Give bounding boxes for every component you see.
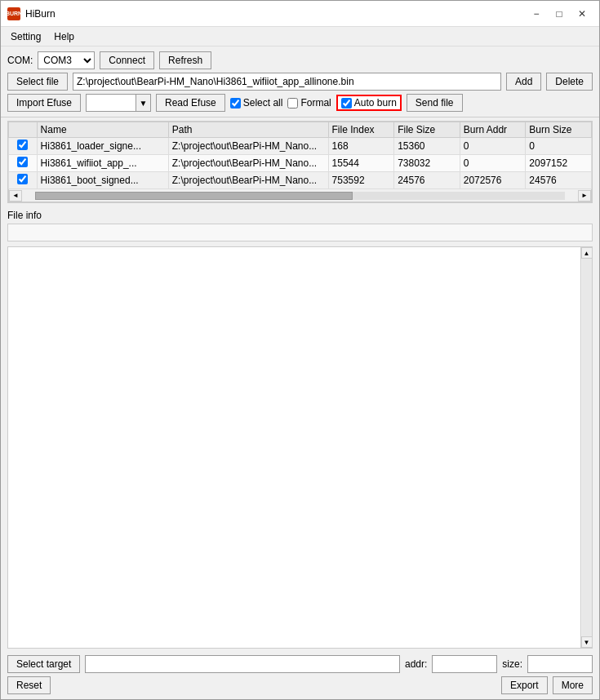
- efuse-dropdown-input[interactable]: [87, 95, 136, 111]
- formal-checkbox-label[interactable]: Formal: [287, 97, 331, 109]
- col-header-check: [9, 122, 38, 138]
- window-title: HiBurn: [25, 8, 526, 20]
- row-size: 24576: [394, 172, 460, 189]
- row-path: Z:\project\out\BearPi-HM_Nano...: [168, 172, 328, 189]
- com-label: COM:: [7, 55, 33, 66]
- scrollbar-thumb[interactable]: [35, 192, 353, 200]
- more-button[interactable]: More: [553, 676, 593, 694]
- row-name: Hi3861_loader_signe...: [37, 138, 168, 155]
- send-file-button[interactable]: Send file: [407, 94, 463, 112]
- row-burnsize: 2097152: [526, 155, 592, 172]
- log-scroll-down[interactable]: ▼: [581, 636, 593, 648]
- log-scroll-up[interactable]: ▲: [581, 247, 593, 259]
- table-row[interactable]: Hi3861_boot_signed... Z:\project\out\Bea…: [9, 172, 592, 189]
- reset-button[interactable]: Reset: [7, 676, 51, 694]
- connect-button[interactable]: Connect: [100, 51, 154, 69]
- col-header-addr: Burn Addr: [460, 122, 526, 138]
- delete-button[interactable]: Delete: [546, 73, 593, 91]
- toolbar-row-2: Select file Add Delete: [7, 73, 593, 91]
- row-name: Hi3861_wifiiot_app_...: [37, 155, 168, 172]
- table-row[interactable]: Hi3861_loader_signe... Z:\project\out\Be…: [9, 138, 592, 155]
- table-hscrollbar[interactable]: ◄ ►: [8, 189, 592, 202]
- table-container: Name Path File Index File Size Burn Addr…: [7, 121, 593, 203]
- log-scroll-track: [582, 259, 592, 636]
- col-header-path: Path: [168, 122, 328, 138]
- size-input[interactable]: [527, 655, 593, 673]
- bottom-bar: Select target addr: size: Reset Export M…: [1, 650, 599, 699]
- auto-burn-checkbox-label[interactable]: Auto burn: [341, 97, 397, 109]
- file-info-label: File info: [7, 210, 593, 221]
- row-size: 15360: [394, 138, 460, 155]
- row-check-cell[interactable]: [9, 155, 38, 172]
- toolbar: COM: COM3 COM1 COM2 COM4 Connect Refresh…: [1, 47, 599, 117]
- row-name: Hi3861_boot_signed...: [37, 172, 168, 189]
- window-controls: − □ ✕: [526, 6, 593, 22]
- formal-label: Formal: [300, 97, 331, 109]
- formal-checkbox[interactable]: [287, 98, 298, 109]
- minimize-button[interactable]: −: [526, 6, 547, 22]
- addr-input[interactable]: [432, 655, 497, 673]
- add-button[interactable]: Add: [506, 73, 541, 91]
- row-addr: 2072576: [460, 172, 526, 189]
- toolbar-row-3: Import Efuse ▼ Read Efuse Select all For…: [7, 94, 593, 112]
- row-check-cell[interactable]: [9, 138, 38, 155]
- row-index: 15544: [328, 155, 394, 172]
- file-info-section: File info: [1, 206, 599, 245]
- read-efuse-button[interactable]: Read Efuse: [156, 94, 225, 112]
- row-checkbox[interactable]: [17, 140, 28, 150]
- row-check-cell[interactable]: [9, 172, 38, 189]
- menu-help[interactable]: Help: [47, 29, 81, 44]
- table-row[interactable]: Hi3861_wifiiot_app_... Z:\project\out\Be…: [9, 155, 592, 172]
- row-addr: 0: [460, 138, 526, 155]
- efuse-dropdown-arrow[interactable]: ▼: [136, 95, 150, 111]
- menu-setting[interactable]: Setting: [4, 29, 47, 44]
- select-all-label: Select all: [243, 97, 283, 109]
- addr-label: addr:: [405, 658, 427, 670]
- col-header-index: File Index: [328, 122, 394, 138]
- size-label: size:: [502, 658, 522, 670]
- table-header: Name Path File Index File Size Burn Addr…: [9, 122, 592, 138]
- row-burnsize: 0: [526, 138, 592, 155]
- title-bar: BURN HiBurn − □ ✕: [1, 1, 599, 27]
- log-scrollbar: ▲ ▼: [580, 247, 592, 648]
- refresh-button[interactable]: Refresh: [159, 51, 211, 69]
- app-icon: BURN: [7, 7, 20, 20]
- row-path: Z:\project\out\BearPi-HM_Nano...: [168, 155, 328, 172]
- scroll-left-arrow[interactable]: ◄: [9, 190, 22, 202]
- close-button[interactable]: ✕: [571, 6, 593, 22]
- log-area: ▲ ▼: [7, 246, 593, 649]
- scrollbar-track: [35, 192, 565, 200]
- select-all-checkbox[interactable]: [230, 98, 241, 109]
- file-table: Name Path File Index File Size Burn Addr…: [8, 122, 592, 189]
- row-checkbox[interactable]: [17, 174, 28, 184]
- select-file-button[interactable]: Select file: [7, 73, 68, 91]
- table-body: Hi3861_loader_signe... Z:\project\out\Be…: [9, 138, 592, 189]
- restore-button[interactable]: □: [549, 6, 570, 22]
- export-button[interactable]: Export: [501, 676, 548, 694]
- row-burnsize: 24576: [526, 172, 592, 189]
- import-efuse-button[interactable]: Import Efuse: [7, 94, 81, 112]
- scroll-right-arrow[interactable]: ►: [578, 190, 591, 202]
- row-checkbox[interactable]: [17, 157, 28, 167]
- table-scroll-area[interactable]: Name Path File Index File Size Burn Addr…: [8, 122, 592, 189]
- row-index: 168: [328, 138, 394, 155]
- menubar: Setting Help: [1, 27, 599, 47]
- target-input[interactable]: [85, 655, 400, 673]
- row-index: 753592: [328, 172, 394, 189]
- select-all-checkbox-label[interactable]: Select all: [230, 97, 283, 109]
- toolbar-row-1: COM: COM3 COM1 COM2 COM4 Connect Refresh: [7, 51, 593, 69]
- file-info-input[interactable]: [7, 224, 593, 241]
- com-select[interactable]: COM3 COM1 COM2 COM4: [38, 51, 95, 69]
- col-header-name: Name: [37, 122, 168, 138]
- bottom-row-2: Reset Export More: [7, 676, 593, 694]
- row-addr: 0: [460, 155, 526, 172]
- auto-burn-checkbox[interactable]: [341, 98, 352, 109]
- main-window: BURN HiBurn − □ ✕ Setting Help COM: COM3…: [0, 0, 600, 700]
- auto-burn-wrapper: Auto burn: [336, 95, 402, 111]
- efuse-dropdown: ▼: [86, 94, 151, 112]
- auto-burn-label: Auto burn: [354, 97, 397, 109]
- file-path-input[interactable]: [73, 73, 501, 91]
- col-header-burnsize: Burn Size: [526, 122, 592, 138]
- row-size: 738032: [394, 155, 460, 172]
- select-target-button[interactable]: Select target: [7, 655, 80, 673]
